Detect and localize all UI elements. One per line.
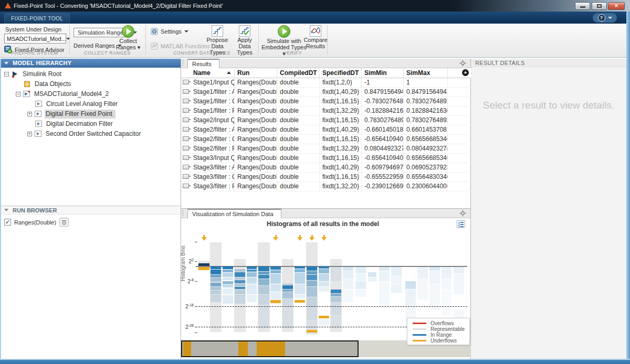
- cell-filler: [448, 97, 471, 106]
- tree-item-label[interactable]: Data Objects: [34, 80, 74, 89]
- table-row[interactable]: Stage2/filter : A...Ranges(Double)double…: [181, 125, 471, 135]
- tree-item-msadctutorial-model4-2[interactable]: −MSADCTutorial_Model4_2: [0, 89, 181, 99]
- table-row[interactable]: Stage1/Input Q...Ranges(Double)doublefix…: [181, 78, 471, 88]
- histogram-bin-segment: [282, 292, 293, 298]
- simulate-play-icon: [278, 25, 290, 38]
- run-label: Ranges(Double): [14, 219, 56, 226]
- cell-specifieddt: fixdt(1,16,15): [320, 173, 362, 181]
- cell-compileddt: double: [277, 173, 320, 181]
- left-panel: MODEL HIERARCHY −Simulink RootData Objec…: [0, 59, 181, 359]
- cell-filler: [448, 116, 471, 125]
- restore-button[interactable]: [592, 2, 607, 10]
- histogram-bin-segment: [307, 271, 317, 274]
- proposed-type-marker-icon[interactable]: [309, 235, 314, 241]
- cell-specifieddt: fixdt(1,32,29): [320, 144, 362, 153]
- table-row[interactable]: Stage1/filter : A...Ranges(Double)double…: [181, 88, 471, 97]
- result-icon-cell: [181, 173, 191, 181]
- settings-button[interactable]: Settings: [151, 28, 188, 35]
- column-header-compileddt[interactable]: CompiledDT: [277, 68, 320, 78]
- tree-item-label[interactable]: Digital Decimation Filter: [45, 120, 116, 129]
- table-row[interactable]: Stage2/filter : O...Ranges(Double)double…: [181, 135, 471, 144]
- column-header-simmax[interactable]: SimMax: [404, 68, 448, 78]
- column-header-simmin[interactable]: SimMin: [362, 68, 404, 78]
- collect-ranges-button[interactable]: Collect Ranges ▾: [113, 25, 143, 50]
- tree-item-label[interactable]: Simulink Root: [22, 70, 65, 79]
- system-under-design-select[interactable]: MSADCTutorial_Mod...: [4, 34, 66, 44]
- model-hierarchy-title: MODEL HIERARCHY: [13, 60, 71, 66]
- proposed-type-marker-icon[interactable]: [321, 235, 327, 241]
- histogram-bin-segment: [258, 272, 269, 274]
- table-row[interactable]: Stage2/filter : P...Ranges(Double)double…: [181, 144, 471, 154]
- tree-expander-icon[interactable]: +: [27, 112, 32, 116]
- histogram-bin-segment: [211, 295, 221, 302]
- run-browser-header[interactable]: RUN BROWSER: [0, 206, 181, 215]
- legend-line-representable: [413, 328, 426, 330]
- histogram-bin-segment: [258, 279, 269, 285]
- histogram-bin-segment: [307, 287, 317, 297]
- drag-handle-icon[interactable]: [182, 210, 184, 217]
- result-icon-cell: [181, 154, 191, 163]
- tree-item-label[interactable]: Circuit Level Analog Filter: [45, 100, 121, 109]
- table-row[interactable]: Stage3/filter : P...Ranges(Double)double…: [181, 182, 471, 191]
- compare-label1: Compare: [303, 37, 327, 43]
- minimize-button[interactable]: [575, 2, 590, 10]
- model-hierarchy-header[interactable]: MODEL HIERARCHY: [0, 59, 181, 68]
- table-row[interactable]: Stage2/Input Q...Ranges(Double)doublefix…: [181, 116, 471, 125]
- delete-run-button[interactable]: [59, 218, 69, 227]
- histogram-bin-segment: [355, 274, 366, 281]
- run-checkbox[interactable]: ✓: [4, 219, 11, 226]
- proposed-type-marker-icon[interactable]: [202, 235, 207, 241]
- tree-item-second-order-switched-capacitor[interactable]: +Second Order Switched Capacitor: [0, 129, 181, 139]
- histogram-bin-segment: [343, 290, 353, 302]
- tab-results[interactable]: Results: [187, 59, 219, 68]
- column-header-name[interactable]: Name: [191, 68, 235, 78]
- viz-gear-icon[interactable]: [459, 210, 466, 217]
- help-button[interactable]: ?: [593, 13, 617, 23]
- matlab-functions-button[interactable]: MATLAB Functions: [151, 42, 210, 50]
- close-button[interactable]: ✕: [608, 2, 625, 10]
- histogram-bin-segment: [247, 270, 257, 272]
- tree-item-circuit-level-analog-filter[interactable]: Circuit Level Analog Filter: [0, 99, 181, 109]
- table-row[interactable]: Stage3/filter : A...Ranges(Double)double…: [181, 163, 471, 173]
- tree-expander-icon[interactable]: +: [27, 132, 32, 136]
- overview-viewport[interactable]: [181, 340, 359, 357]
- cell-specifieddt: fixdt(1,40,29): [320, 88, 362, 97]
- tree-item-digital-filter-fixed-point[interactable]: +Digital Filter Fixed Point: [0, 109, 181, 119]
- histogram-bin-segment: [319, 274, 329, 281]
- table-row[interactable]: Stage1/filter : O...Ranges(Double)double…: [181, 97, 471, 106]
- y-tick-mark: [195, 261, 197, 262]
- tree-expander-icon[interactable]: −: [4, 72, 9, 77]
- column-header-run[interactable]: Run: [235, 68, 277, 78]
- tree-item-data-objects[interactable]: Data Objects: [0, 79, 181, 89]
- table-row[interactable]: Stage3/Input Q...Ranges(Double)doublefix…: [181, 154, 471, 163]
- apply-label1: Apply: [237, 37, 252, 43]
- tab-fixed-point-tool[interactable]: FIXED-POINT TOOL: [4, 13, 70, 24]
- tab-visualization[interactable]: Visualization of Simulation Data: [187, 209, 281, 218]
- histogram-bin-segment: [211, 287, 221, 290]
- tree-expander-icon[interactable]: −: [16, 92, 20, 97]
- tree-item-simulink-root[interactable]: −Simulink Root: [0, 69, 181, 79]
- results-gear-icon[interactable]: [459, 60, 466, 67]
- drag-handle-icon[interactable]: [182, 60, 184, 67]
- tree-item-label[interactable]: Digital Filter Fixed Point: [45, 110, 116, 119]
- table-row[interactable]: Stage3/filter : O...Ranges(Double)double…: [181, 173, 471, 182]
- tree-item-digital-decimation-filter[interactable]: Digital Decimation Filter: [0, 119, 181, 129]
- histogram-bin-segment: [368, 272, 376, 277]
- table-row[interactable]: Stage1/filter : P...Ranges(Double)double…: [181, 106, 471, 116]
- column-icon-header: [181, 68, 191, 78]
- histogram-bin-segment: [307, 266, 317, 271]
- proposed-type-marker-icon[interactable]: [297, 235, 302, 241]
- compare-results-button[interactable]: Compare Results: [302, 25, 329, 49]
- add-column-button[interactable]: +: [462, 69, 469, 76]
- tree-item-label[interactable]: Second Order Switched Capacitor: [45, 130, 144, 138]
- histogram-bin-segment: [223, 277, 233, 280]
- proposed-type-marker-icon[interactable]: [273, 235, 278, 241]
- cell-name: Stage1/filter : P...: [191, 106, 235, 115]
- tree-item-label[interactable]: MSADCTutorial_Model4_2: [33, 90, 112, 99]
- minimize-icon: [580, 6, 585, 8]
- histogram-bin-segment: [270, 292, 281, 299]
- histogram-bin-segment: [295, 284, 305, 294]
- column-header-specifieddt[interactable]: SpecifiedDT: [320, 68, 362, 78]
- legend-toggle-icon[interactable]: [457, 220, 465, 228]
- histogram-bin-segment: [307, 330, 317, 333]
